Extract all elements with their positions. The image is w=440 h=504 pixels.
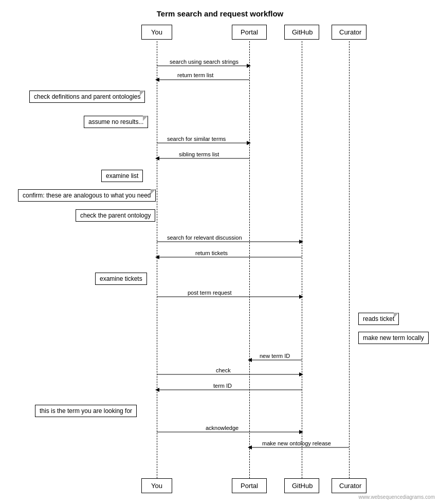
svg-marker-34 xyxy=(248,445,252,449)
svg-marker-25 xyxy=(299,372,303,376)
svg-text:search for relevant discussion: search for relevant discussion xyxy=(167,235,242,241)
lifeline-portal xyxy=(249,41,250,483)
lifeline-github xyxy=(302,41,302,483)
actor-portal-bottom: Portal xyxy=(232,478,267,493)
svg-marker-1 xyxy=(247,64,251,68)
actor-github-bottom: GitHub xyxy=(284,478,319,493)
note-check-parent-ontology: check the parent ontology xyxy=(76,209,155,222)
watermark: www.websequencediagrams.com xyxy=(359,494,435,500)
svg-text:search using search strings: search using search strings xyxy=(170,59,239,65)
svg-marker-4 xyxy=(155,78,159,82)
lifeline-you xyxy=(157,41,157,483)
arrows-svg: search using search strings return term … xyxy=(0,0,440,504)
svg-marker-13 xyxy=(299,240,303,244)
note-this-is-the-term: this is the term you are looking for xyxy=(35,405,137,417)
svg-text:term ID: term ID xyxy=(213,383,232,389)
actor-curator-top: Curator xyxy=(332,25,366,40)
lifeline-curator xyxy=(349,41,350,483)
svg-marker-22 xyxy=(248,358,252,362)
svg-text:sibling terms list: sibling terms list xyxy=(179,151,219,157)
actor-portal-top: Portal xyxy=(232,25,267,40)
svg-text:return tickets: return tickets xyxy=(195,250,228,256)
actor-you-bottom: You xyxy=(141,478,172,493)
svg-text:make new ontology release: make new ontology release xyxy=(262,440,331,446)
svg-marker-31 xyxy=(299,430,303,434)
svg-text:search for similar terms: search for similar terms xyxy=(167,136,226,142)
actor-github-top: GitHub xyxy=(284,25,319,40)
svg-text:new term ID: new term ID xyxy=(260,353,290,359)
svg-text:acknowledge: acknowledge xyxy=(206,425,239,431)
note-examine-list: examine list xyxy=(101,170,143,182)
svg-marker-16 xyxy=(155,255,159,259)
note-check-definitions: check definitions and parent ontologies xyxy=(29,91,145,103)
svg-marker-28 xyxy=(155,388,159,392)
note-confirm-analogous: confirm: these are analogous to what you… xyxy=(18,189,156,202)
svg-text:post term request: post term request xyxy=(188,290,232,296)
svg-marker-19 xyxy=(299,295,303,299)
svg-marker-7 xyxy=(247,141,251,145)
svg-text:return term list: return term list xyxy=(177,72,213,78)
actor-curator-bottom: Curator xyxy=(332,478,366,493)
note-assume-no-results: assume no results... xyxy=(84,116,148,128)
svg-text:check: check xyxy=(216,367,231,373)
note-make-new-term: make new term locally xyxy=(358,332,429,344)
svg-marker-10 xyxy=(155,156,159,160)
note-examine-tickets: examine tickets xyxy=(95,273,147,285)
note-reads-ticket: reads ticket xyxy=(358,313,399,325)
diagram-container: Term search and request workflow You Por… xyxy=(0,0,440,504)
diagram-title: Term search and request workflow xyxy=(0,0,440,18)
actor-you-top: You xyxy=(141,25,172,40)
